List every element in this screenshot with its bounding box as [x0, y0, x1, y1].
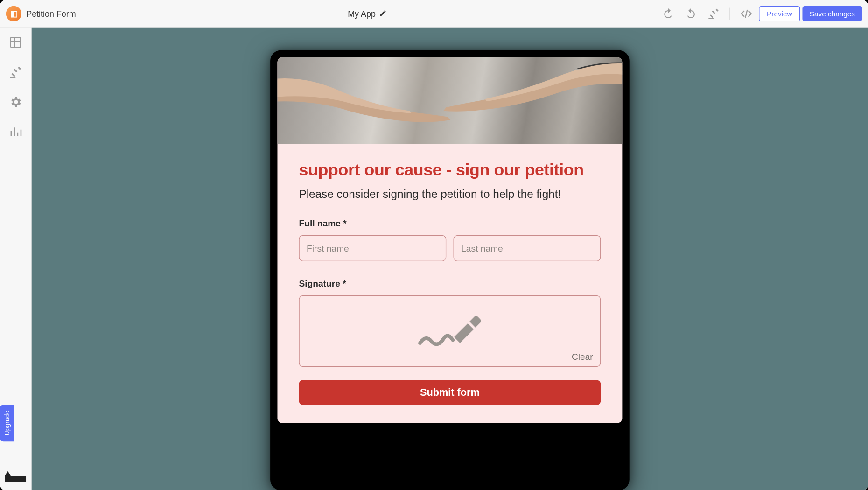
hero-image	[277, 57, 622, 144]
svg-rect-0	[11, 37, 21, 47]
signature-pad[interactable]: Clear	[299, 295, 601, 367]
gavel-button[interactable]	[704, 5, 724, 22]
canvas[interactable]: support our cause - sign our petition Pl…	[32, 28, 868, 490]
gavel-icon[interactable]	[9, 66, 22, 79]
clear-signature-button[interactable]: Clear	[572, 351, 593, 362]
grid-icon[interactable]	[9, 36, 22, 49]
edit-name-icon[interactable]	[379, 8, 386, 19]
signature-icon	[417, 313, 483, 349]
divider	[730, 7, 730, 20]
undo-button[interactable]	[658, 5, 678, 22]
signature-label: Signature *	[299, 278, 601, 288]
first-name-input[interactable]	[299, 235, 446, 261]
submit-button[interactable]: Submit form	[299, 380, 601, 405]
last-name-input[interactable]	[454, 235, 601, 261]
redo-button[interactable]	[681, 5, 701, 22]
save-button[interactable]: Save changes	[802, 6, 862, 21]
cat-icon[interactable]	[5, 471, 26, 482]
form-heading: support our cause - sign our petition	[299, 161, 601, 180]
page-title: Petition Form	[26, 9, 76, 18]
form-card: support our cause - sign our petition Pl…	[270, 50, 630, 490]
chart-icon[interactable]	[9, 125, 22, 138]
topbar: ◧ Petition Form My App Preview Save chan…	[0, 0, 868, 28]
code-button[interactable]	[736, 5, 756, 22]
app-name[interactable]: My App	[348, 9, 376, 18]
upgrade-button[interactable]: Upgrade	[0, 404, 14, 441]
form-subheading: Please consider signing the petition to …	[299, 188, 601, 201]
app-logo[interactable]: ◧	[6, 6, 21, 21]
fullname-label: Full name *	[299, 218, 601, 228]
gear-icon[interactable]	[9, 96, 22, 109]
preview-button[interactable]: Preview	[759, 6, 800, 21]
sidebar: Upgrade	[0, 28, 32, 490]
